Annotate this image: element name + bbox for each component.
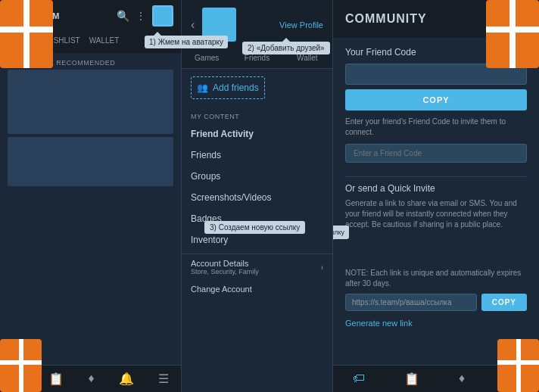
change-account-item[interactable]: Change Account: [182, 280, 332, 298]
expire-row: ✓ 4) Копируем новую ссылку NOTE: Each li…: [345, 236, 527, 289]
comm-nav-list[interactable]: 📋: [404, 372, 419, 386]
community-content: Your Friend Code COPY Enter your friend'…: [333, 38, 539, 365]
add-friends-label: Add friends: [213, 82, 259, 93]
left-content: FEATURED & RECOMMENDED: [0, 53, 181, 365]
main-container: STEAM 🔍 ⋮ 1) Жмем на аватарку MENU▾ WISH…: [0, 0, 539, 392]
nav-icon-bell[interactable]: 🔔: [119, 372, 134, 386]
gift-decoration-tr: [486, 0, 539, 68]
expire-text: NOTE: Each link is unique and automatica…: [345, 268, 527, 289]
account-section: Account Details Store, Security, Family …: [182, 254, 332, 298]
gift-decoration-br: [497, 339, 539, 392]
link-url-input[interactable]: [345, 294, 477, 311]
account-title: Account Details: [191, 259, 259, 268]
comm-nav-diamond[interactable]: ♦: [459, 372, 465, 386]
nav-icon-list[interactable]: 📋: [48, 372, 64, 386]
account-sub: Store, Security, Family: [191, 268, 259, 275]
account-arrow-icon: ›: [321, 263, 323, 272]
featured-images: [0, 70, 181, 186]
gift-decoration-tl: [0, 0, 53, 68]
step2-tooltip: 2) «Добавить друзей»: [242, 42, 330, 54]
avatar[interactable]: [152, 5, 173, 26]
invite-description: Enter your friend's Friend Code to invit…: [345, 117, 527, 138]
community-title: COMMUNITY: [345, 12, 481, 26]
search-icon[interactable]: 🔍: [117, 10, 129, 22]
menu-friends[interactable]: Friends: [182, 145, 332, 166]
add-friends-button[interactable]: 👥 Add friends: [191, 76, 265, 99]
tab-wallet[interactable]: WALLET: [86, 32, 123, 53]
menu-friend-activity[interactable]: Friend Activity: [182, 123, 332, 145]
copy-friend-code-button[interactable]: COPY: [345, 89, 527, 110]
featured-image-2: [8, 137, 173, 186]
view-profile-button[interactable]: View Profile: [279, 20, 323, 30]
account-details-info: Account Details Store, Security, Family: [191, 259, 259, 275]
nav-icon-hamburger[interactable]: ☰: [158, 372, 169, 386]
back-arrow-icon[interactable]: ‹: [191, 18, 195, 32]
enter-friend-code-input[interactable]: [345, 144, 527, 163]
step3-tooltip: 3) Создаем новую ссылку: [204, 221, 305, 234]
nav-icon-diamond[interactable]: ♦: [88, 372, 94, 386]
quick-invite-desc: Generate a link to share via email or SM…: [345, 198, 527, 230]
header-icons: 🔍 ⋮ 1) Жмем на аватарку: [117, 5, 173, 26]
menu-icon[interactable]: ⋮: [136, 10, 146, 22]
quick-invite-title: Or send a Quick Invite: [345, 183, 527, 194]
change-account-label: Change Account: [191, 285, 252, 294]
account-details-item[interactable]: Account Details Store, Security, Family …: [182, 254, 332, 280]
step4-label: 4) Копируем новую ссылку: [333, 229, 344, 236]
middle-panel: ‹ View Profile 2) «Добавить друзей» Game…: [182, 0, 333, 392]
popup-tab-games[interactable]: Games: [182, 48, 232, 68]
step4-tooltip: ✓ 4) Копируем новую ссылку: [333, 226, 349, 239]
avatar-tooltip-wrapper: 1) Жмем на аватарку: [152, 5, 173, 26]
link-row: COPY: [345, 294, 527, 311]
featured-image-1: [8, 70, 173, 134]
add-friends-icon: 👥: [197, 82, 208, 93]
menu-screenshots[interactable]: Screenshots/Videos: [182, 187, 332, 208]
generate-link-button[interactable]: Generate new link: [345, 319, 413, 328]
divider: [345, 176, 527, 177]
menu-groups[interactable]: Groups: [182, 166, 332, 187]
my-content-label: MY CONTENT: [182, 107, 332, 123]
copy-link-button[interactable]: COPY: [481, 294, 527, 311]
gift-decoration-bl: [0, 339, 42, 392]
comm-nav-tag[interactable]: 🏷: [353, 372, 365, 386]
step1-tooltip: 1) Жмем на аватарку: [145, 36, 228, 48]
